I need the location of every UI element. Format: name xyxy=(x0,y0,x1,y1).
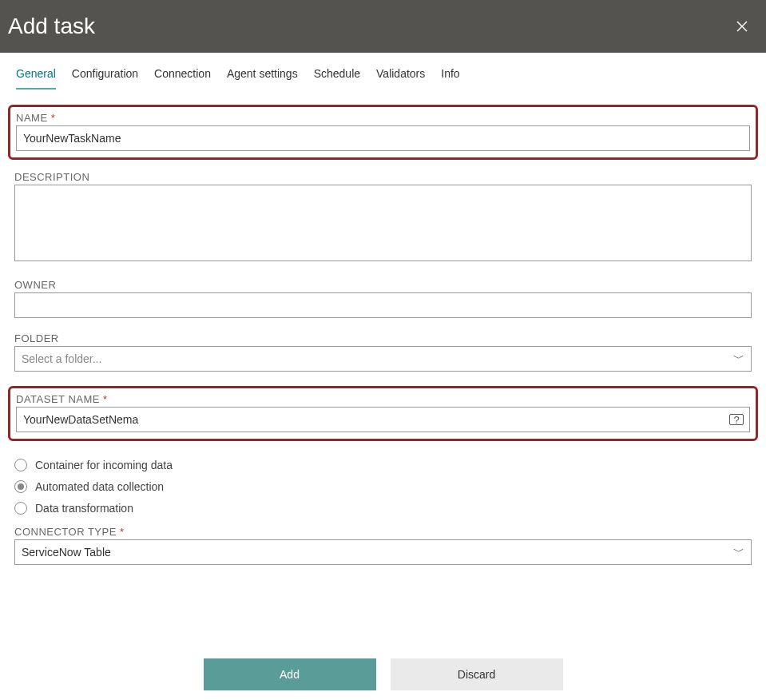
radio-label: Automated data collection xyxy=(35,480,164,493)
tab-general[interactable]: General xyxy=(16,64,56,89)
task-type-radio-group: Container for incoming data Automated da… xyxy=(14,459,752,515)
name-input[interactable] xyxy=(16,125,750,151)
connector-type-value: ServiceNow Table xyxy=(22,546,111,559)
dataset-name-input[interactable] xyxy=(16,407,750,432)
connector-type-select[interactable]: ServiceNow Table ﹀ xyxy=(14,539,752,565)
required-marker-icon: * xyxy=(103,393,108,405)
description-label: DESCRIPTION xyxy=(14,171,752,183)
name-highlight-box: NAME * xyxy=(8,105,758,160)
tab-agent-settings[interactable]: Agent settings xyxy=(227,64,298,89)
chevron-down-icon: ﹀ xyxy=(733,545,744,559)
form-content: NAME * DESCRIPTION OWNER FOLDER Select a… xyxy=(0,90,766,565)
connector-type-label-text: CONNECTOR TYPE xyxy=(14,526,117,538)
required-marker-icon: * xyxy=(51,112,56,124)
name-label-text: NAME xyxy=(16,112,48,124)
close-icon xyxy=(736,20,748,33)
discard-button[interactable]: Discard xyxy=(391,658,563,690)
dialog-title: Add task xyxy=(8,14,95,39)
tab-bar: General Configuration Connection Agent s… xyxy=(0,53,766,90)
description-input[interactable] xyxy=(14,185,752,261)
dialog-header: Add task xyxy=(0,0,766,53)
chevron-down-icon: ﹀ xyxy=(733,352,744,366)
tab-schedule[interactable]: Schedule xyxy=(314,64,360,89)
tab-validators[interactable]: Validators xyxy=(376,64,425,89)
add-button[interactable]: Add xyxy=(204,658,376,690)
tab-configuration[interactable]: Configuration xyxy=(72,64,138,89)
radio-label: Data transformation xyxy=(35,502,133,515)
folder-select[interactable]: Select a folder... ﹀ xyxy=(14,346,752,372)
owner-input[interactable] xyxy=(14,292,752,318)
required-marker-icon: * xyxy=(120,526,125,538)
owner-label: OWNER xyxy=(14,279,752,291)
name-label: NAME * xyxy=(16,112,750,124)
folder-placeholder: Select a folder... xyxy=(22,352,101,365)
dataset-name-label-text: DATASET NAME xyxy=(16,393,100,405)
tab-connection[interactable]: Connection xyxy=(154,64,211,89)
radio-icon xyxy=(14,459,27,471)
radio-automated-collection[interactable]: Automated data collection xyxy=(14,480,752,493)
folder-label: FOLDER xyxy=(14,332,752,344)
tab-info[interactable]: Info xyxy=(441,64,459,89)
dataset-name-label: DATASET NAME * xyxy=(16,393,750,405)
dialog-footer: Add Discard xyxy=(0,658,766,690)
radio-icon xyxy=(14,480,27,493)
connector-type-label: CONNECTOR TYPE * xyxy=(14,526,752,538)
radio-data-transformation[interactable]: Data transformation xyxy=(14,502,752,515)
dataset-highlight-box: DATASET NAME * ? xyxy=(8,386,758,441)
radio-container-incoming[interactable]: Container for incoming data xyxy=(14,459,752,471)
radio-label: Container for incoming data xyxy=(35,459,173,471)
close-button[interactable] xyxy=(731,15,753,38)
radio-icon xyxy=(14,502,27,515)
help-icon[interactable]: ? xyxy=(729,414,744,425)
